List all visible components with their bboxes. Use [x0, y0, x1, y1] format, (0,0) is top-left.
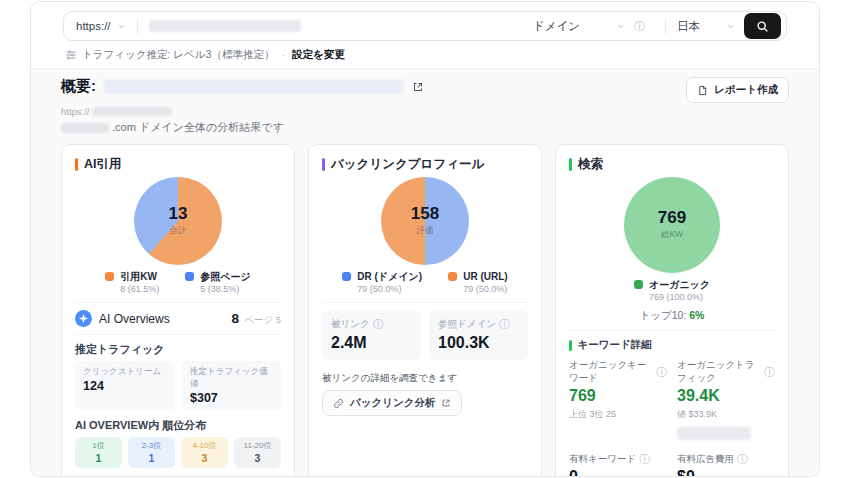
legend-value: 79 (50.0%) — [463, 284, 507, 294]
pie-total-value: 13 — [169, 205, 188, 222]
chevron-down-icon — [117, 22, 126, 31]
content-area: 概要: レポート作成 https:// .com ドメイン全体の分析結果です A… — [31, 68, 819, 477]
divider — [75, 334, 281, 335]
info-icon[interactable]: ⓘ — [499, 319, 510, 330]
protocol-select[interactable]: https:// — [76, 20, 126, 32]
change-settings-link[interactable]: 設定を変更 — [292, 48, 345, 62]
tile-value: 100.3K — [438, 334, 519, 352]
backlink-button-label: バックリンク分析 — [350, 396, 435, 410]
legend-dot — [448, 272, 457, 281]
divider — [75, 302, 281, 303]
app-window: https:// ドメイン ⓘ 日本 — [30, 1, 820, 477]
analysis-scope-line: .com ドメイン全体の分析結果です — [61, 120, 789, 135]
chip-label: 11-20位 — [234, 440, 281, 451]
traffic-setting-line: トラフィック推定: レベル3（標準推定） · 設定を変更 — [63, 48, 787, 62]
country-select[interactable]: 日本 — [677, 19, 735, 34]
metric-sub: 値 $33.9K — [677, 408, 775, 421]
card-title: 検索 — [578, 156, 603, 173]
ai-overviews-count: 8 — [232, 311, 240, 326]
metric-value: $0 — [677, 468, 775, 477]
country-label: 日本 — [677, 19, 700, 34]
create-report-label: レポート作成 — [714, 83, 778, 97]
top10-line: トップ10: 6% — [569, 309, 775, 323]
cards-row: AI引用 13 合計 引用KW 8 (61.5%) — [61, 144, 789, 477]
search-icon — [756, 20, 769, 33]
accent-bar — [569, 340, 572, 351]
referring-domains-tile: 参照ドメインⓘ 100.3K — [429, 310, 528, 360]
tile-label: 推定トラフィック価値 — [190, 366, 273, 390]
ai-overviews-icon — [75, 310, 92, 327]
info-icon[interactable]: ⓘ — [639, 454, 650, 465]
info-icon[interactable]: ⓘ — [373, 319, 384, 330]
keyword-metrics-grid: オーガニックキーワードⓘ 769 上位 3位 25 オーガニックトラフィックⓘ … — [569, 359, 775, 477]
paid-keywords-metric: 有料キーワードⓘ 0 トラフィック 0 — [569, 453, 667, 477]
mode-select[interactable]: ドメイン — [533, 19, 625, 34]
ai-pie-chart: 13 合計 — [134, 177, 222, 265]
legend-dot — [105, 272, 114, 281]
link-icon — [333, 398, 344, 409]
url-redacted — [92, 107, 172, 116]
card-title: バックリンクプロフィール — [331, 156, 484, 173]
accent-bar — [569, 158, 572, 171]
tile-value: $307 — [190, 391, 273, 405]
card-backlink-profile: バックリンクプロフィール 158 評価 DR (ドメイン) 79 (50.0%) — [308, 144, 542, 477]
pie-total-value: 769 — [658, 209, 686, 226]
divider — [665, 18, 666, 34]
accent-bar — [75, 158, 78, 171]
search-pie-legend: オーガニック 769 (100.0%) — [569, 279, 775, 303]
pie-total-label: 評価 — [417, 225, 434, 237]
create-report-button[interactable]: レポート作成 — [686, 77, 789, 103]
info-icon[interactable]: ⓘ — [764, 367, 775, 378]
target-url-input-redacted[interactable] — [149, 20, 301, 32]
info-icon[interactable]: ⓘ — [656, 367, 667, 378]
legend-item: 引用KW 8 (61.5%) — [105, 271, 159, 295]
page-title: 概要: — [61, 77, 96, 96]
ai-overviews-row: AI Overviews 8 ページ 5 — [75, 310, 281, 327]
legend-item: DR (ドメイン) 79 (50.0%) — [342, 271, 422, 295]
search-pie-chart: 769 総KW — [624, 177, 720, 273]
legend-item: 参照ページ 5 (38.5%) — [185, 271, 250, 295]
backlink-hint-text: 被リンクの詳細を調査できます — [322, 372, 528, 385]
traffic-estimate-label: トラフィック推定: レベル3（標準推定） — [82, 48, 274, 62]
divider — [569, 330, 775, 331]
ai-pie-legend: 引用KW 8 (61.5%) 参照ページ 5 (38.5%) — [75, 271, 281, 295]
divider — [322, 302, 528, 303]
info-icon[interactable]: ⓘ — [634, 21, 645, 32]
search-button[interactable] — [744, 13, 781, 39]
rank-distribution-chips: 1位 1 2-3位 1 4-10位 3 11-20位 3 — [75, 437, 281, 468]
rank-chip-1: 1位 1 — [75, 437, 122, 468]
external-link-icon[interactable] — [412, 81, 424, 93]
external-link-icon — [441, 398, 451, 408]
organic-traffic-metric: オーガニックトラフィックⓘ 39.4K 値 $33.9K — [677, 359, 775, 440]
legend-dot — [634, 280, 643, 289]
tile-label: 被リンクⓘ — [331, 318, 412, 331]
site-input-bar: https:// ドメイン ⓘ 日本 — [63, 11, 787, 41]
pie-total-label: 総KW — [661, 229, 683, 241]
backlink-pie-legend: DR (ドメイン) 79 (50.0%) UR (URL) 79 (50.0%) — [322, 271, 528, 295]
rank-chip-4-10: 4-10位 3 — [181, 437, 228, 468]
metric-value: 39.4K — [677, 387, 775, 405]
chevron-down-icon — [726, 22, 735, 31]
legend-value: 79 (50.0%) — [357, 284, 422, 294]
card-title: AI引用 — [84, 156, 122, 173]
sliders-icon — [65, 49, 77, 61]
card-title-row: AI引用 — [75, 156, 281, 173]
tile-label: クリックストリーム — [83, 366, 166, 378]
metric-sub: 上位 3位 25 — [569, 408, 667, 421]
pie-total-label: 合計 — [170, 225, 187, 237]
backlink-analysis-button[interactable]: バックリンク分析 — [322, 390, 462, 416]
top10-label: トップ10: — [640, 309, 687, 321]
chip-label: 2-3位 — [128, 440, 175, 451]
rank-chip-11-20: 11-20位 3 — [234, 437, 281, 468]
legend-label: 参照ページ — [200, 271, 250, 282]
paid-ads-cost-metric: 有料広告費用ⓘ $0 データなし — [677, 453, 775, 477]
url-scheme: https:// — [61, 106, 90, 117]
tile-label: 参照ドメインⓘ — [438, 318, 519, 331]
domain-redacted — [61, 123, 109, 133]
info-icon[interactable]: ⓘ — [737, 454, 748, 465]
chip-label: 4-10位 — [181, 440, 228, 451]
topbar: https:// ドメイン ⓘ 日本 — [31, 2, 819, 62]
organic-keywords-metric: オーガニックキーワードⓘ 769 上位 3位 25 — [569, 359, 667, 440]
legend-label: オーガニック — [649, 279, 710, 290]
aio-hint-text: キーワード別のAI Overview表示状況を詳しく調査できます — [75, 476, 281, 477]
